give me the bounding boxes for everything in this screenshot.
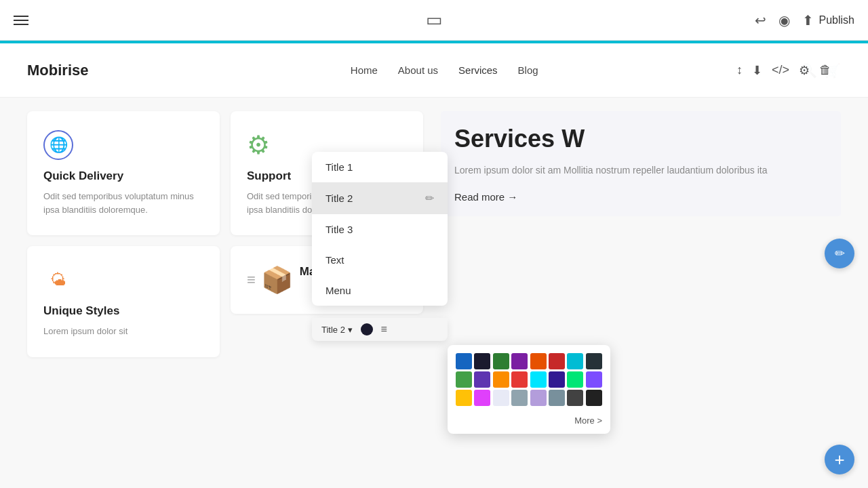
services-section: Services W Lorem ipsum dolor sit am Moll… [441, 111, 841, 216]
code-icon[interactable]: </> [772, 63, 789, 77]
color-swatch[interactable] [586, 353, 602, 369]
color-swatch[interactable] [474, 390, 490, 406]
publish-label: Publish [819, 14, 854, 26]
site-logo: Mobirise [27, 62, 88, 79]
color-swatch[interactable] [456, 353, 472, 369]
color-swatch[interactable] [549, 371, 565, 388]
card-quick-delivery: 🌐 Quick Delivery Odit sed temporibus vol… [27, 111, 220, 235]
add-fab-button[interactable]: + [825, 445, 854, 474]
color-swatch[interactable] [456, 390, 472, 406]
preview-icon[interactable]: ◉ [778, 12, 790, 28]
settings-icon[interactable]: ⚙ [799, 63, 810, 78]
nav-about[interactable]: About us [398, 61, 438, 79]
color-swatch[interactable] [493, 371, 509, 388]
services-text: Lorem ipsum dolor sit am Mollitia nostru… [454, 163, 827, 178]
globe-icon: 🌐 [43, 130, 73, 160]
color-swatch[interactable] [493, 353, 509, 369]
color-swatch[interactable] [530, 371, 547, 388]
nav-links: Home About us Services Blog [351, 61, 538, 79]
list-icon: ≡ [247, 271, 256, 289]
card-unique-styles: 🌤 Unique Styles Lorem ipsum dolor sit [27, 246, 220, 357]
card-text-2: Lorem ipsum dolor sit [43, 325, 203, 338]
toolbar-left [14, 16, 28, 25]
publish-button[interactable]: ⬆ Publish [802, 12, 854, 28]
color-swatch[interactable] [567, 390, 583, 406]
dropdown-item-menu[interactable]: Menu [312, 275, 448, 306]
style-dropdown-menu: Title 1 Title 2 ✏ Title 3 Text Menu [312, 152, 448, 306]
edit-fab-button[interactable]: ✏ [825, 239, 854, 268]
back-icon[interactable]: ↩ [755, 12, 766, 28]
dropdown-item-title1[interactable]: Title 1 [312, 152, 448, 182]
color-grid [456, 353, 602, 406]
color-swatch[interactable] [549, 390, 565, 406]
color-swatch[interactable] [511, 371, 528, 388]
nav-home[interactable]: Home [351, 61, 378, 79]
color-swatch[interactable] [549, 353, 565, 369]
color-swatch[interactable] [456, 371, 472, 388]
color-swatch[interactable] [511, 390, 528, 406]
color-picker-dot[interactable] [361, 323, 373, 336]
more-colors-button[interactable]: More > [456, 413, 602, 426]
color-swatch[interactable] [474, 371, 490, 388]
card-title-2: Unique Styles [43, 304, 203, 318]
style-selector[interactable]: Title 2 ▾ [321, 325, 353, 335]
left-column: 🌐 Quick Delivery Odit sed temporibus vol… [27, 111, 231, 357]
nav-blog[interactable]: Blog [518, 61, 538, 79]
toolbar-center: ▭ [426, 9, 443, 30]
hamburger-icon[interactable] [14, 16, 28, 25]
color-picker-panel: More > [448, 345, 610, 434]
mobile-device-icon[interactable]: ▭ [426, 9, 443, 30]
read-more-link[interactable]: Read more → [454, 191, 827, 203]
services-title: Services W [454, 125, 827, 153]
dropdown-item-title3[interactable]: Title 3 [312, 214, 448, 245]
nav-services[interactable]: Services [458, 61, 498, 79]
align-icon[interactable]: ≡ [381, 323, 387, 336]
color-swatch[interactable] [511, 353, 528, 369]
block-toolbar: ↕ ⬇ </> ⚙ 🗑 [727, 58, 841, 83]
format-toolbar: Title 2 ▾ ≡ [312, 318, 448, 341]
color-swatch[interactable] [474, 353, 490, 369]
download-block-icon[interactable]: ⬇ [752, 63, 762, 78]
main-content: 🌐 Quick Delivery Odit sed temporibus vol… [0, 98, 868, 488]
dropdown-item-text[interactable]: Text [312, 245, 448, 275]
right-column: Services W Lorem ipsum dolor sit am Moll… [434, 111, 841, 357]
color-swatch[interactable] [567, 371, 583, 388]
move-icon[interactable]: ↕ [736, 63, 743, 77]
box-icon: ≡ 📦 [247, 265, 293, 295]
card-title: Quick Delivery [43, 169, 203, 183]
toolbar-right: ↩ ◉ ⬆ Publish [755, 12, 854, 28]
color-swatch[interactable] [567, 353, 583, 369]
card-text: Odit sed temporibus voluptatum minus ips… [43, 190, 203, 216]
color-swatch[interactable] [530, 390, 547, 406]
color-swatch[interactable] [586, 371, 602, 388]
edit-icon: ✏ [425, 192, 434, 205]
nav-bar: Mobirise Home About us Services Blog 🔍 🛒… [0, 43, 868, 98]
color-swatch[interactable] [493, 390, 509, 406]
dropdown-item-title2[interactable]: Title 2 ✏ [312, 182, 448, 214]
card-icon-sun: 🌤 [43, 265, 203, 295]
card-icon-box: ≡ 📦 [247, 265, 293, 295]
top-toolbar: ▭ ↩ ◉ ⬆ Publish [0, 0, 868, 41]
color-swatch[interactable] [530, 353, 547, 369]
card-icon-globe: 🌐 [43, 130, 203, 160]
upload-icon: ⬆ [802, 12, 814, 28]
delete-icon[interactable]: 🗑 [819, 63, 831, 77]
sun-icon: 🌤 [43, 265, 73, 295]
color-swatch[interactable] [586, 390, 602, 406]
